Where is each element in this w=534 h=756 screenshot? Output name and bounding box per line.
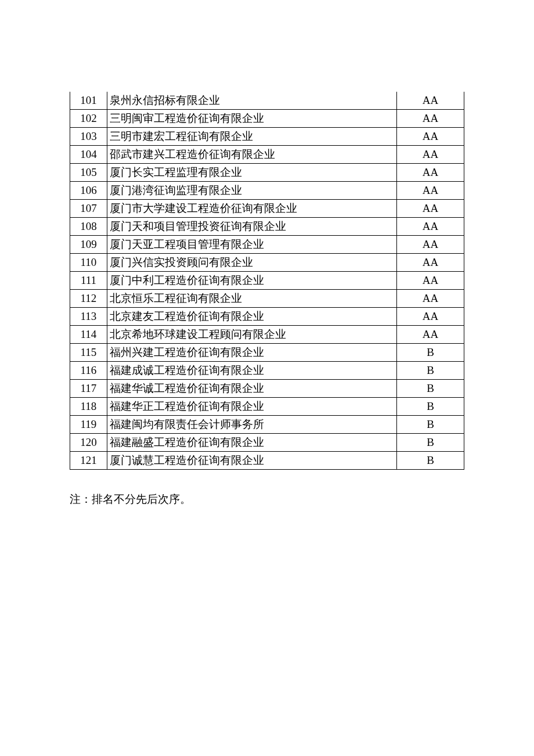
company-rating: B [397,434,464,452]
row-index: 121 [70,452,107,470]
row-index: 109 [70,236,107,254]
table-row: 106厦门港湾征询监理有限企业AA [70,182,464,200]
company-rating: AA [397,110,464,128]
company-rating: AA [397,92,464,110]
company-name: 厦门天和项目管理投资征询有限企业 [107,218,396,236]
row-index: 105 [70,164,107,182]
row-index: 110 [70,254,107,272]
company-name: 厦门天亚工程项目管理有限企业 [107,236,396,254]
row-index: 118 [70,398,107,416]
row-index: 120 [70,434,107,452]
company-name: 厦门兴信实投资顾问有限企业 [107,254,396,272]
company-rating: AA [397,254,464,272]
company-name: 北京建友工程造价征询有限企业 [107,308,396,326]
row-index: 115 [70,344,107,362]
table-row: 117福建华诚工程造价征询有限企业B [70,380,464,398]
table-row: 114北京希地环球建设工程顾问有限企业AA [70,326,464,344]
table-row: 107厦门市大学建设工程造价征询有限企业AA [70,200,464,218]
company-rating: AA [397,236,464,254]
company-rating: AA [397,326,464,344]
document-content: 101泉州永信招标有限企业AA102三明闽审工程造价征询有限企业AA103三明市… [70,92,464,508]
row-index: 111 [70,272,107,290]
company-rating: AA [397,272,464,290]
company-rating: AA [397,164,464,182]
table-row: 116福建成诚工程造价征询有限企业B [70,362,464,380]
company-name: 厦门中利工程造价征询有限企业 [107,272,396,290]
company-rating: B [397,344,464,362]
row-index: 103 [70,128,107,146]
company-name: 北京希地环球建设工程顾问有限企业 [107,326,396,344]
row-index: 104 [70,146,107,164]
row-index: 112 [70,290,107,308]
company-rating: B [397,398,464,416]
company-rating: B [397,380,464,398]
table-row: 118福建华正工程造价征询有限企业B [70,398,464,416]
company-name: 福建闽均有限责任会计师事务所 [107,416,396,434]
company-name: 福建成诚工程造价征询有限企业 [107,362,396,380]
row-index: 117 [70,380,107,398]
company-name: 福建华正工程造价征询有限企业 [107,398,396,416]
company-rating-table: 101泉州永信招标有限企业AA102三明闽审工程造价征询有限企业AA103三明市… [70,92,464,470]
footnote: 注：排名不分先后次序。 [70,491,464,508]
company-rating: B [397,362,464,380]
company-rating: AA [397,308,464,326]
company-name: 泉州永信招标有限企业 [107,92,396,110]
company-name: 厦门长实工程监理有限企业 [107,164,396,182]
table-row: 104邵武市建兴工程造价征询有限企业AA [70,146,464,164]
company-name: 福州兴建工程造价征询有限企业 [107,344,396,362]
company-name: 福建融盛工程造价征询有限企业 [107,434,396,452]
table-row: 115福州兴建工程造价征询有限企业B [70,344,464,362]
row-index: 102 [70,110,107,128]
company-rating: AA [397,128,464,146]
company-name: 三明闽审工程造价征询有限企业 [107,110,396,128]
table-row: 119福建闽均有限责任会计师事务所B [70,416,464,434]
company-rating: AA [397,146,464,164]
table-row: 112北京恒乐工程征询有限企业AA [70,290,464,308]
company-rating: AA [397,182,464,200]
table-row: 102三明闽审工程造价征询有限企业AA [70,110,464,128]
table-row: 103三明市建宏工程征询有限企业AA [70,128,464,146]
table-row: 111厦门中利工程造价征询有限企业AA [70,272,464,290]
company-rating: B [397,416,464,434]
row-index: 106 [70,182,107,200]
company-name: 厦门诚慧工程造价征询有限企业 [107,452,396,470]
row-index: 119 [70,416,107,434]
row-index: 107 [70,200,107,218]
table-row: 121厦门诚慧工程造价征询有限企业B [70,452,464,470]
row-index: 113 [70,308,107,326]
table-row: 105厦门长实工程监理有限企业AA [70,164,464,182]
row-index: 114 [70,326,107,344]
table-row: 110厦门兴信实投资顾问有限企业AA [70,254,464,272]
company-rating: B [397,452,464,470]
company-name: 厦门港湾征询监理有限企业 [107,182,396,200]
row-index: 116 [70,362,107,380]
table-row: 120福建融盛工程造价征询有限企业B [70,434,464,452]
company-rating: AA [397,218,464,236]
company-name: 邵武市建兴工程造价征询有限企业 [107,146,396,164]
company-name: 北京恒乐工程征询有限企业 [107,290,396,308]
table-row: 113北京建友工程造价征询有限企业AA [70,308,464,326]
company-rating: AA [397,200,464,218]
table-row: 109厦门天亚工程项目管理有限企业AA [70,236,464,254]
row-index: 108 [70,218,107,236]
company-name: 福建华诚工程造价征询有限企业 [107,380,396,398]
company-name: 厦门市大学建设工程造价征询有限企业 [107,200,396,218]
table-row: 108厦门天和项目管理投资征询有限企业AA [70,218,464,236]
company-rating: AA [397,290,464,308]
company-name: 三明市建宏工程征询有限企业 [107,128,396,146]
row-index: 101 [70,92,107,110]
table-row: 101泉州永信招标有限企业AA [70,92,464,110]
